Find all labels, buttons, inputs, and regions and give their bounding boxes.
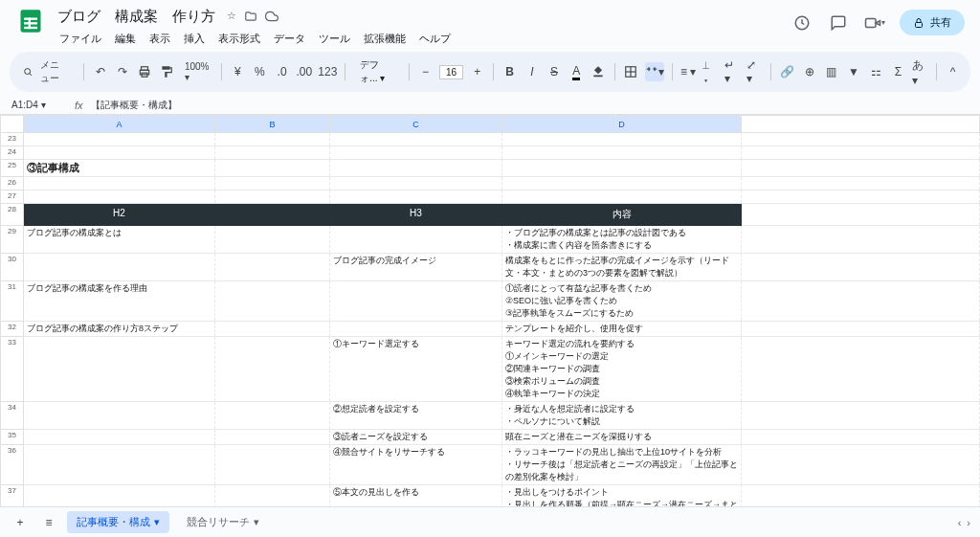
italic-icon[interactable]: I (523, 62, 540, 81)
cell[interactable] (24, 254, 215, 281)
row-header[interactable]: 35 (1, 430, 24, 445)
row-header[interactable]: 27 (1, 190, 24, 204)
row-header[interactable]: 31 (1, 281, 24, 322)
collapse-toolbar-icon[interactable]: ^ (945, 62, 961, 81)
tab-active[interactable]: 記事概要・構成 ▾ (67, 511, 169, 533)
row-header[interactable]: 23 (1, 133, 24, 146)
rotate-icon[interactable]: ⤢ ▾ (746, 62, 763, 81)
menu-file[interactable]: ファイル (54, 30, 107, 48)
cell[interactable] (215, 190, 330, 204)
sheets-logo[interactable] (15, 6, 46, 36)
cell[interactable]: ブログ記事の完成イメージ (330, 254, 502, 281)
col-header-A[interactable]: A (24, 116, 215, 133)
col-header-B[interactable]: B (215, 116, 330, 133)
row-header[interactable]: 26 (1, 177, 24, 190)
cell[interactable] (215, 226, 330, 254)
wrap-icon[interactable]: ↵ ▾ (724, 62, 741, 81)
cell[interactable]: ③読者ニーズを設定する (330, 430, 502, 445)
menu-help[interactable]: ヘルプ (413, 30, 457, 48)
cell[interactable] (215, 402, 330, 430)
currency-icon[interactable]: ¥ (230, 62, 246, 81)
cell[interactable]: ④競合サイトをリサーチする (330, 445, 502, 485)
cell[interactable] (24, 337, 215, 402)
formula-input[interactable]: 【記事概要・構成】 (91, 99, 970, 112)
functions-icon[interactable]: Σ (890, 62, 906, 81)
cell[interactable]: テンプレートを紹介し、使用を促す (502, 322, 742, 337)
cell[interactable] (502, 190, 742, 204)
row-header[interactable]: 28 (1, 204, 24, 226)
cell[interactable]: ・身近な人を想定読者に設定する・ペルソナについて解説 (502, 402, 742, 430)
cell[interactable]: ブログ記事の構成案を作る理由 (24, 281, 215, 322)
row-header[interactable]: 32 (1, 322, 24, 337)
cell[interactable] (330, 177, 502, 190)
cell[interactable]: ①読者にとって有益な記事を書くため②SEOに強い記事を書くため③記事執筆をスムー… (502, 281, 742, 322)
valign-icon[interactable]: ⟂ ▾ (702, 62, 719, 81)
font-size-plus[interactable]: + (469, 62, 485, 81)
percent-icon[interactable]: % (252, 62, 268, 81)
more-formats-icon[interactable]: 123 (318, 62, 337, 81)
cell[interactable] (330, 190, 502, 204)
cell[interactable] (330, 322, 502, 337)
cell[interactable] (24, 445, 215, 485)
row-header[interactable]: 25 (1, 160, 24, 177)
cell[interactable]: 顕在ニーズと潜在ニーズを深掘りする (502, 430, 742, 445)
cell[interactable] (215, 160, 330, 177)
menu-view[interactable]: 表示 (144, 30, 176, 48)
row-header[interactable]: 34 (1, 402, 24, 430)
halign-icon[interactable]: ≡ ▾ (680, 62, 697, 81)
cell[interactable] (24, 177, 215, 190)
font-size-input[interactable]: 16 (439, 65, 463, 79)
cell[interactable]: ②想定読者を設定する (330, 402, 502, 430)
cell[interactable]: ・ブログ記事の構成案とは記事の設計図である・構成案に書く内容を箇条書きにする (502, 226, 742, 254)
cell[interactable] (502, 146, 742, 160)
cell[interactable]: ⑤本文の見出しを作る (330, 485, 502, 507)
cell[interactable]: 構成案をもとに作った記事の完成イメージを示す（リード文・本文・まとめの3つの要素… (502, 254, 742, 281)
share-button[interactable]: 共有 (900, 10, 965, 35)
font-size-minus[interactable]: − (417, 62, 434, 81)
menu-data[interactable]: データ (268, 30, 311, 48)
input-tools-icon[interactable]: あ ▾ (912, 62, 928, 81)
col-header-D[interactable]: D (502, 116, 742, 133)
row-header[interactable]: 33 (1, 337, 24, 402)
font-select[interactable]: デフォ... ▾ (353, 56, 401, 88)
all-sheets-icon[interactable]: ≡ (38, 513, 59, 532)
cell[interactable]: ③記事構成 (24, 160, 215, 177)
meet-icon[interactable]: ▾ (863, 11, 886, 34)
cell[interactable] (502, 177, 742, 190)
col-header-C[interactable]: C (330, 116, 502, 133)
scroll-right-icon[interactable]: › (967, 517, 970, 528)
filter-views-icon[interactable]: ⚏ (868, 62, 884, 81)
cell[interactable] (215, 281, 330, 322)
doc-title[interactable]: ブログ 構成案 作り方 (54, 6, 219, 28)
cell[interactable] (330, 146, 502, 160)
scroll-left-icon[interactable]: ‹ (958, 517, 962, 528)
row-header[interactable]: 37 (1, 485, 24, 507)
decrease-decimal-icon[interactable]: .0 (274, 62, 290, 81)
cell[interactable]: ・見出しをつけるポイント・見出しを作る順番（前提→顕在ニーズ→潜在ニーズ→まとめ… (502, 485, 742, 507)
cell[interactable] (24, 146, 215, 160)
cell[interactable]: ブログ記事の構成案の作り方8ステップ (24, 322, 215, 337)
cell[interactable]: 内容 (502, 204, 742, 226)
redo-icon[interactable]: ↷ (114, 62, 130, 81)
cell[interactable] (215, 254, 330, 281)
cell[interactable] (215, 485, 330, 507)
cell[interactable] (215, 430, 330, 445)
grid[interactable]: ABCD232425③記事構成262728H2H3内容29ブログ記事の構成案とは… (0, 115, 980, 506)
cell[interactable]: ①キーワード選定する (330, 337, 502, 402)
cell[interactable] (215, 133, 330, 146)
cell[interactable] (330, 226, 502, 254)
cell[interactable] (215, 177, 330, 190)
cell[interactable] (24, 402, 215, 430)
tab-other[interactable]: 競合リサーチ ▾ (177, 511, 269, 533)
folder-icon[interactable] (244, 10, 257, 25)
paint-format-icon[interactable] (159, 62, 175, 81)
cloud-icon[interactable] (265, 10, 278, 25)
row-header[interactable]: 29 (1, 226, 24, 254)
borders-icon[interactable] (623, 62, 639, 81)
menu-format[interactable]: 表示形式 (212, 30, 266, 48)
cell[interactable]: H2 (24, 204, 215, 226)
row-header[interactable]: 36 (1, 445, 24, 485)
zoom-select[interactable]: 100% ▾ (181, 61, 213, 82)
cell[interactable]: ブログ記事の構成案とは (24, 226, 215, 254)
cell[interactable] (215, 445, 330, 485)
